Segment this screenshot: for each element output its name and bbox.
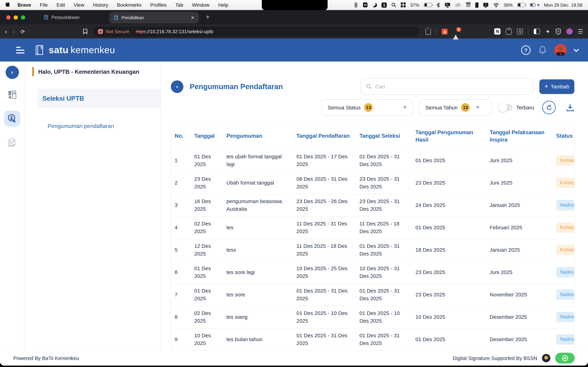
profile-avatar-icon[interactable] [566,28,573,35]
sidebar-item-pengumuman-pendaftaran[interactable]: Pengumuman pendaftaran [48,123,161,129]
url-bar[interactable]: ✕ Not Secure https://10.216.78.32:131/se… [93,26,419,36]
extensions-puzzle-icon[interactable] [506,28,512,34]
bookmark-icon[interactable] [83,29,87,34]
cell-pengumuman: pengumuman beasiswa Australia [223,194,293,217]
notion-extension-icon[interactable]: N [494,28,501,35]
spotlight-search-icon[interactable] [391,2,396,7]
forward-icon[interactable]: › [13,28,15,35]
cell-pendaftaran: 08 Des 2025 - 31 Des 2025 [293,172,356,194]
vpn-badge-icon[interactable]: 1 [453,29,459,34]
greeting-text: Halo, UPTB - Kementerian Keuangan [38,68,139,75]
control-center-icon[interactable] [530,3,536,7]
cell-seleksi: 01 Des 2025 - 31 Des 2025 [356,150,412,172]
brave-shield-icon[interactable] [555,28,561,35]
refresh-button[interactable] [542,101,556,114]
back-button[interactable]: ‹ [171,80,183,93]
expand-sidebar-button[interactable]: › [5,66,19,79]
not-secure-icon: ✕ [98,29,103,34]
cell-no: 7 [171,284,191,306]
cell-seleksi: 11 Des 2025 - 18 Des 2025 [356,217,412,239]
footer-bar: Powered By BaTii Kemenkeu Digital Signat… [0,350,588,366]
table-row[interactable]: 910 Des 2025tes bulan tahun01 Des 2025 -… [171,328,574,351]
menu-item[interactable]: Window [192,2,209,8]
battery-icon-right [517,3,525,7]
download-button[interactable] [566,103,574,112]
focus-moon-icon[interactable] [372,3,377,7]
back-icon[interactable]: ‹ [5,28,7,35]
table-row[interactable]: 402 Des 2025tes11 Des 2025 - 31 Des 2025… [171,217,574,239]
table-row[interactable]: 802 Des 2025tes siang01 Des 2025 - 10 De… [171,306,574,328]
notifications-bell-icon[interactable] [538,45,547,55]
menu-item[interactable]: Bookmarks [117,2,142,8]
table-body: 101 Des 2025tes ubah format tanggal lagi… [171,150,574,366]
window-grid-icon[interactable] [401,2,406,7]
table-row[interactable]: 223 Des 2025Ubah format tanggal08 Des 20… [171,172,574,194]
menu-item[interactable]: View [74,2,84,8]
menu-item[interactable]: File [40,2,48,8]
app-menu-icon[interactable] [16,47,25,53]
phone-mirroring-icon[interactable] [363,2,368,8]
rail-item-documents[interactable] [4,134,20,150]
cell-hasil: 23 Des 2025 [412,172,486,194]
cell-no: 5 [171,239,191,261]
reload-icon[interactable]: ⟳ [20,29,25,34]
menu-item[interactable]: Profiles [150,2,167,8]
whatsapp-button[interactable] [555,353,575,364]
brand-bold: satu [49,45,69,55]
help-icon[interactable]: ? [521,45,531,55]
menubar-clock[interactable]: Mon 29 Dec 19.58 [544,2,582,8]
rail-item-seleksi[interactable] [4,110,20,126]
table-row[interactable]: 512 Des 2025tess11 Des 2025 - 18 Des 202… [171,239,574,261]
new-tab-button[interactable]: + [206,13,210,21]
browser-menu-icon[interactable]: ☰ [578,28,583,35]
menu-item[interactable]: Help [218,2,228,8]
cell-hasil: 01 Des 2025 [412,150,486,172]
menu-item[interactable]: Edit [57,2,65,8]
cell-seleksi: 10 Des 2025 - 31 Des 2025 [356,261,412,284]
table-row[interactable]: 601 Des 2025tes sore lagi10 Des 2025 - 2… [171,261,574,284]
menu-item[interactable]: Brave [17,2,31,8]
apple-menu-icon[interactable] [6,2,10,8]
status-filter-dropdown[interactable]: Semua Status 13 [322,99,413,116]
rail-item-dashboard[interactable] [4,87,20,103]
search-box[interactable] [361,78,533,95]
minimize-window-button[interactable] [14,15,18,19]
table-header-row: No.TanggalPengumumanTanggal PendaftaranT… [171,123,574,150]
table-row[interactable]: 316 Des 2025pengumuman beasiswa Australi… [171,194,574,217]
tab-pendidikan[interactable]: Pendidikan ✕ [109,12,199,23]
year-filter-dropdown[interactable]: Semua Tahun 13 [419,99,492,116]
search-app-icon[interactable]: Q [517,28,523,34]
iphone-icon[interactable] [475,2,478,8]
search-input[interactable] [375,83,528,90]
table-row[interactable]: 701 Des 2025tes sore01 Des 2025 - 31 Des… [171,284,574,306]
leo-ai-icon[interactable]: ✦ [545,28,550,35]
divider [436,28,437,35]
tab-perpustakaan[interactable]: Perpustakaan [43,15,79,20]
sidebar-toggle-icon[interactable] [534,29,540,34]
table-row[interactable]: 101 Des 2025tes ubah format tanggal lagi… [171,150,574,172]
sidebar-section-seleksi-uptb[interactable]: Seleksi UPTB [37,89,161,108]
chevron-down-icon[interactable] [573,47,579,52]
zoom-window-button[interactable] [21,15,25,19]
share-icon[interactable] [426,28,431,34]
terbaru-toggle-label: Terbaru [516,105,534,110]
brave-rewards-icon[interactable] [442,28,448,34]
keyboard-icon[interactable] [354,2,358,8]
wifi-icon[interactable] [493,3,499,7]
close-window-button[interactable] [6,15,10,19]
add-button[interactable]: + Tambah [539,79,574,94]
close-tab-icon[interactable]: ✕ [191,15,195,20]
menu-item[interactable]: Tab [175,2,183,8]
terbaru-toggle[interactable] [501,104,512,111]
app-logo[interactable]: satukemenkeu [35,44,115,56]
display-icon[interactable] [444,2,450,8]
sidecar-display-icon[interactable] [483,2,489,8]
shortcuts-keys-icon[interactable] [466,2,471,8]
cell-inspira: Februari 2025 [486,217,553,239]
cloud-icon[interactable] [455,3,461,7]
cell-seleksi: 01 Des 2025 - 31 Des 2025 [356,328,412,351]
alert-badge-icon[interactable]: 1 [381,2,387,8]
user-avatar[interactable] [554,44,567,56]
menu-item[interactable]: History [93,2,108,8]
bluetooth-icon[interactable] [436,2,440,8]
